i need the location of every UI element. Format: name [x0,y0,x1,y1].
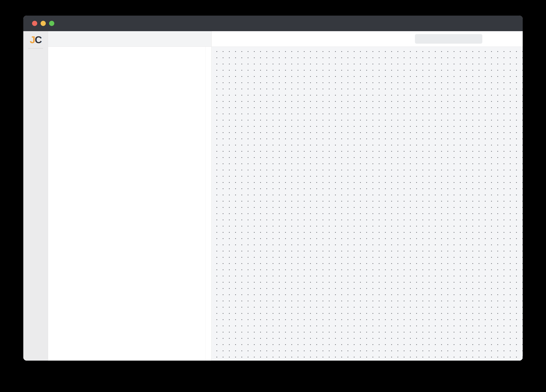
maximize-button[interactable] [49,21,54,26]
check-circle-icon [55,36,61,42]
search-node-box [415,34,482,44]
search-node-input[interactable] [418,36,471,42]
editor-panel [48,31,212,360]
download-image-button[interactable] [399,35,407,43]
graph-panel [212,31,523,360]
window-controls [32,16,54,31]
sidebar-divider [28,48,43,49]
graph-toolbar [212,31,523,47]
app-window: JC [23,16,523,360]
app-logo[interactable]: JC [30,35,41,45]
browser-controls [494,16,516,31]
focus-view-button[interactable] [384,35,392,43]
zoom-in-button[interactable] [354,35,362,43]
editor-status-bar [48,31,211,47]
search-icon[interactable] [473,36,479,42]
titlebar [23,16,523,31]
settings-gear-button[interactable] [490,35,498,43]
sidebar: JC [23,31,48,360]
minimize-button[interactable] [41,21,46,26]
menu-icon[interactable] [510,20,516,27]
extensions-puzzle-icon[interactable] [494,20,500,27]
graph-canvas[interactable] [212,47,523,360]
close-button[interactable] [32,21,37,26]
fullscreen-button[interactable] [505,35,513,43]
zoom-out-button[interactable] [369,35,377,43]
json-editor[interactable] [48,47,211,360]
